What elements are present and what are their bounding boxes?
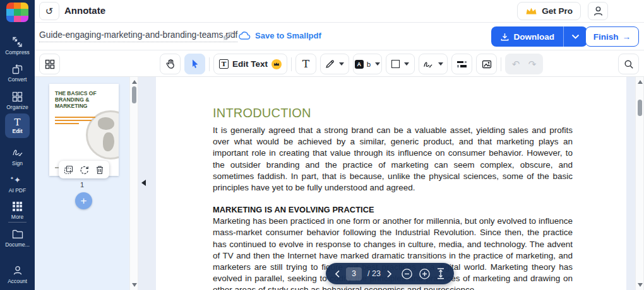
next-page-button[interactable] (386, 270, 392, 278)
plus-icon: + (81, 195, 87, 206)
zoom-in-button[interactable] (419, 268, 431, 280)
edit-text-button[interactable]: T Edit Text (213, 54, 287, 74)
convert-icon (12, 63, 23, 74)
page-title: Annotate (64, 5, 105, 16)
sidebar-label: More (11, 214, 23, 220)
scroll-down-arrow[interactable] (638, 283, 643, 287)
sidebar-label: AI PDF (9, 187, 26, 194)
collapse-panel-arrow[interactable] (141, 180, 146, 186)
top-bar: ↺ Annotate Get Pro (35, 0, 644, 23)
fit-height-button[interactable] (436, 268, 445, 279)
get-pro-button[interactable]: Get Pro (517, 2, 581, 20)
grid-icon (45, 59, 55, 69)
redact-icon (457, 61, 467, 67)
sparkles-icon: ✦✦ (12, 174, 23, 185)
file-bar: Guide-engaging-marketing-and-branding-te… (35, 23, 644, 50)
download-button[interactable]: Download (491, 26, 564, 47)
redact-tool-button[interactable] (451, 54, 472, 74)
download-split-button: Download (491, 26, 588, 47)
thumbnail-action-bar (59, 161, 109, 178)
scroll-down-arrow[interactable] (132, 283, 137, 287)
chevron-down-icon (438, 62, 443, 66)
page-navigation-bar: 3 / 23 (326, 263, 454, 284)
sidebar-item-edit[interactable]: T Edit (5, 113, 30, 138)
pencil-icon (325, 59, 335, 69)
pan-tool-button[interactable] (160, 54, 181, 74)
compress-icon (12, 36, 23, 47)
reset-button[interactable]: ↺ (39, 2, 59, 20)
doc-heading-marketing: MARKETING IS AN EVOLVING PRACTICE (213, 205, 573, 214)
smallpdf-logo-icon[interactable] (6, 3, 28, 22)
sidebar-label: Organize (6, 104, 28, 110)
undo-redo-group: ↶ ↷ (505, 54, 543, 74)
edit-text-icon: T (219, 59, 229, 69)
rotate-page-button[interactable] (79, 165, 89, 175)
scroll-up-arrow[interactable] (638, 80, 643, 84)
arrow-right-icon: → (623, 32, 631, 42)
image-tool-button[interactable] (476, 54, 497, 74)
sidebar-item-account[interactable]: Account (0, 265, 35, 284)
chevron-down-icon (571, 34, 580, 40)
total-pages-label: / 23 (367, 269, 381, 278)
zoom-out-button[interactable] (401, 268, 413, 280)
sidebar-item-documents[interactable]: Docume... (0, 228, 35, 248)
delete-page-button[interactable] (95, 165, 105, 175)
sidebar-label: Sign (12, 160, 23, 166)
sidebar-item-compress[interactable]: Compress (0, 36, 35, 55)
cover-title: THE BASICS OF BRANDING & MARKETING (55, 90, 100, 110)
current-page-input[interactable]: 3 (346, 267, 362, 281)
sidebar-label: Compress (5, 49, 30, 55)
chevron-down-icon (375, 62, 380, 66)
text-tool-icon: T (302, 59, 309, 69)
organize-icon (12, 91, 23, 102)
edit-text-icon: T (14, 118, 20, 127)
highlight-tool-button[interactable]: A b (353, 54, 382, 74)
sidebar-item-more[interactable]: More (0, 200, 35, 220)
toolbar-divider (501, 57, 501, 71)
thumbnails-toggle-button[interactable] (39, 54, 60, 74)
cover-subtitle-lines (55, 117, 95, 124)
annotate-toolbar: T Edit Text T A b (35, 51, 644, 77)
download-icon (500, 32, 510, 42)
sidebar-item-organize[interactable]: Organize (0, 91, 35, 110)
scrollbar-thumb[interactable] (638, 100, 642, 116)
pro-crown-icon (271, 59, 282, 69)
unlink-icon[interactable] (222, 30, 234, 42)
finish-button[interactable]: Finish → (585, 26, 639, 47)
person-icon (12, 265, 23, 276)
select-tool-button[interactable] (184, 54, 205, 74)
image-icon (482, 60, 492, 69)
duplicate-page-button[interactable] (63, 165, 73, 175)
undo-button[interactable]: ↶ (509, 59, 523, 70)
toolbar-divider (291, 57, 292, 71)
cloud-icon (239, 31, 251, 40)
previous-page-button[interactable] (335, 270, 340, 278)
save-to-smallpdf-link[interactable]: Save to Smallpdf (239, 31, 321, 40)
sidebar-item-ai-pdf[interactable]: ✦✦ AI PDF (0, 174, 35, 194)
add-page-button[interactable]: + (75, 192, 92, 209)
more-grid-icon (12, 200, 23, 212)
toolbar-divider (209, 57, 210, 71)
add-text-button[interactable]: T (295, 54, 316, 74)
pdf-page[interactable]: INTRODUCTION It is generally agreed that… (156, 77, 626, 290)
filename-field[interactable]: Guide-engaging-marketing-and-branding-te… (39, 30, 237, 42)
signature-tool-button[interactable] (419, 54, 448, 74)
chevron-down-icon (404, 62, 409, 66)
hand-icon (165, 59, 176, 69)
download-options-button[interactable] (563, 26, 587, 47)
shape-tool-button[interactable] (386, 54, 415, 74)
scrollbar-thumb[interactable] (132, 86, 136, 103)
sidebar-label: Docume... (5, 241, 30, 248)
thumbnail-scrollbar[interactable] (129, 77, 138, 290)
sidebar-item-convert[interactable]: Convert (0, 63, 35, 83)
search-button[interactable] (618, 54, 639, 74)
sidebar-item-sign[interactable]: Sign (0, 147, 35, 166)
scroll-up-arrow[interactable] (132, 80, 137, 84)
folder-icon (12, 228, 23, 240)
draw-tool-button[interactable] (320, 54, 349, 74)
document-scrollbar[interactable] (635, 77, 644, 290)
account-button[interactable] (588, 2, 608, 20)
redo-button[interactable]: ↷ (525, 59, 539, 70)
signature-icon (12, 147, 23, 158)
rectangle-icon (391, 60, 400, 68)
